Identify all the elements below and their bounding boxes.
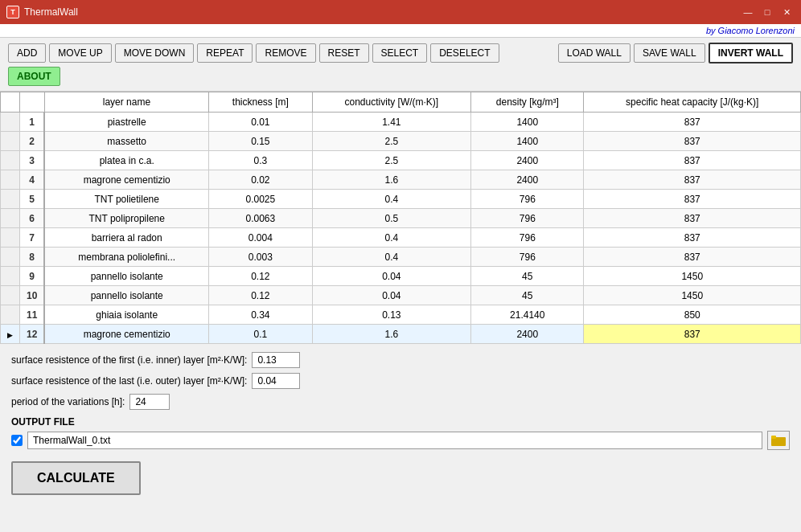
- table-row[interactable]: 10pannello isolante0.120.04451450: [1, 286, 801, 305]
- layer-conductivity[interactable]: 0.4: [312, 190, 470, 209]
- table-row[interactable]: 9pannello isolante0.120.04451450: [1, 267, 801, 286]
- layer-conductivity[interactable]: 0.04: [312, 267, 470, 286]
- layer-thickness[interactable]: 0.12: [209, 267, 313, 286]
- period-input[interactable]: [129, 394, 170, 410]
- layer-heat-capacity[interactable]: 837: [584, 209, 801, 228]
- layer-name[interactable]: ghiaia isolante: [44, 305, 208, 325]
- layer-conductivity[interactable]: 0.5: [312, 209, 470, 228]
- deselect-button[interactable]: DESELECT: [430, 43, 499, 63]
- layer-conductivity[interactable]: 0.13: [312, 305, 470, 325]
- output-checkbox[interactable]: [11, 435, 23, 446]
- remove-button[interactable]: REMOVE: [256, 43, 315, 63]
- add-button[interactable]: ADD: [8, 43, 46, 63]
- table-row[interactable]: 1piastrelle0.011.411400837: [1, 113, 801, 132]
- layer-conductivity[interactable]: 1.41: [312, 113, 470, 132]
- layer-thickness[interactable]: 0.12: [209, 286, 313, 305]
- layer-heat-capacity[interactable]: 837: [584, 248, 801, 267]
- layer-density[interactable]: 2400: [471, 151, 584, 170]
- col-header-thickness: thickness [m]: [209, 92, 313, 113]
- table-row[interactable]: 4magrone cementizio0.021.62400837: [1, 170, 801, 190]
- row-arrow-cell: [1, 151, 20, 170]
- inner-resistance-input[interactable]: [252, 352, 300, 368]
- layer-heat-capacity[interactable]: 837: [584, 228, 801, 248]
- layer-name[interactable]: pannello isolante: [44, 286, 208, 305]
- table-row[interactable]: 2massetto0.152.51400837: [1, 132, 801, 151]
- layer-thickness[interactable]: 0.02: [209, 170, 313, 190]
- calculate-button[interactable]: CALCULATE: [11, 461, 141, 495]
- layer-density[interactable]: 21.4140: [471, 305, 584, 325]
- layer-heat-capacity[interactable]: 850: [584, 305, 801, 325]
- layer-thickness[interactable]: 0.34: [209, 305, 313, 325]
- table-row[interactable]: ▶12magrone cementizio0.11.62400837: [1, 325, 801, 344]
- layer-density[interactable]: 45: [471, 286, 584, 305]
- layer-conductivity[interactable]: 1.6: [312, 170, 470, 190]
- layer-density[interactable]: 796: [471, 190, 584, 209]
- layer-name[interactable]: membrana poliolefini...: [44, 248, 208, 267]
- table-row[interactable]: 7barriera al radon0.0040.4796837: [1, 228, 801, 248]
- layer-conductivity[interactable]: 1.6: [312, 325, 470, 344]
- layer-heat-capacity[interactable]: 837: [584, 190, 801, 209]
- layer-density[interactable]: 1400: [471, 132, 584, 151]
- table-row[interactable]: 8membrana poliolefini...0.0030.4796837: [1, 248, 801, 267]
- layer-conductivity[interactable]: 0.4: [312, 248, 470, 267]
- layer-thickness[interactable]: 0.003: [209, 248, 313, 267]
- layer-thickness[interactable]: 0.004: [209, 228, 313, 248]
- layer-thickness[interactable]: 0.01: [209, 113, 313, 132]
- layer-name[interactable]: piastrelle: [44, 113, 208, 132]
- layer-name[interactable]: pannello isolante: [44, 267, 208, 286]
- folder-icon: [771, 435, 786, 446]
- outer-resistance-input[interactable]: [252, 373, 300, 389]
- layer-name[interactable]: TNT polipropilene: [44, 209, 208, 228]
- layer-heat-capacity[interactable]: 1450: [584, 267, 801, 286]
- layer-name[interactable]: magrone cementizio: [44, 170, 208, 190]
- layer-name[interactable]: platea in c.a.: [44, 151, 208, 170]
- layer-heat-capacity[interactable]: 837: [584, 132, 801, 151]
- layer-conductivity[interactable]: 0.04: [312, 286, 470, 305]
- row-arrow-cell: [1, 267, 20, 286]
- layer-name[interactable]: magrone cementizio: [44, 325, 208, 344]
- layer-name[interactable]: massetto: [44, 132, 208, 151]
- layer-density[interactable]: 1400: [471, 113, 584, 132]
- layer-thickness[interactable]: 0.3: [209, 151, 313, 170]
- layer-density[interactable]: 2400: [471, 170, 584, 190]
- close-button[interactable]: ✕: [778, 5, 795, 19]
- row-number: 3: [20, 151, 45, 170]
- reset-button[interactable]: RESET: [319, 43, 369, 63]
- browse-button[interactable]: [767, 431, 790, 450]
- maximize-button[interactable]: □: [759, 5, 775, 19]
- layer-thickness[interactable]: 0.15: [209, 132, 313, 151]
- layer-thickness[interactable]: 0.1: [209, 325, 313, 344]
- move-up-button[interactable]: MOVE UP: [49, 43, 111, 63]
- repeat-button[interactable]: REPEAT: [197, 43, 253, 63]
- about-button[interactable]: ABOUT: [8, 67, 60, 86]
- layer-density[interactable]: 796: [471, 248, 584, 267]
- table-row[interactable]: 3platea in c.a.0.32.52400837: [1, 151, 801, 170]
- layer-density[interactable]: 796: [471, 209, 584, 228]
- table-row[interactable]: 11ghiaia isolante0.340.1321.4140850: [1, 305, 801, 325]
- layer-thickness[interactable]: 0.0063: [209, 209, 313, 228]
- layer-heat-capacity[interactable]: 837: [584, 113, 801, 132]
- load-wall-button[interactable]: LOAD WALL: [558, 43, 631, 63]
- layer-thickness[interactable]: 0.0025: [209, 190, 313, 209]
- layer-conductivity[interactable]: 0.4: [312, 228, 470, 248]
- layer-conductivity[interactable]: 2.5: [312, 132, 470, 151]
- svg-rect-2: [771, 436, 776, 439]
- layer-heat-capacity[interactable]: 837: [584, 151, 801, 170]
- move-down-button[interactable]: MOVE DOWN: [115, 43, 195, 63]
- layer-density[interactable]: 796: [471, 228, 584, 248]
- save-wall-button[interactable]: SAVE WALL: [634, 43, 705, 63]
- output-filename-input[interactable]: [27, 432, 762, 449]
- layer-heat-capacity[interactable]: 837: [584, 325, 801, 344]
- layer-heat-capacity[interactable]: 837: [584, 170, 801, 190]
- layer-name[interactable]: barriera al radon: [44, 228, 208, 248]
- table-row[interactable]: 5TNT polietilene0.00250.4796837: [1, 190, 801, 209]
- layer-heat-capacity[interactable]: 1450: [584, 286, 801, 305]
- select-button[interactable]: SELECT: [372, 43, 428, 63]
- table-row[interactable]: 6TNT polipropilene0.00630.5796837: [1, 209, 801, 228]
- layer-name[interactable]: TNT polietilene: [44, 190, 208, 209]
- minimize-button[interactable]: —: [740, 5, 756, 19]
- layer-conductivity[interactable]: 2.5: [312, 151, 470, 170]
- layer-density[interactable]: 2400: [471, 325, 584, 344]
- invert-wall-button[interactable]: INVERT WALL: [709, 43, 793, 63]
- layer-density[interactable]: 45: [471, 267, 584, 286]
